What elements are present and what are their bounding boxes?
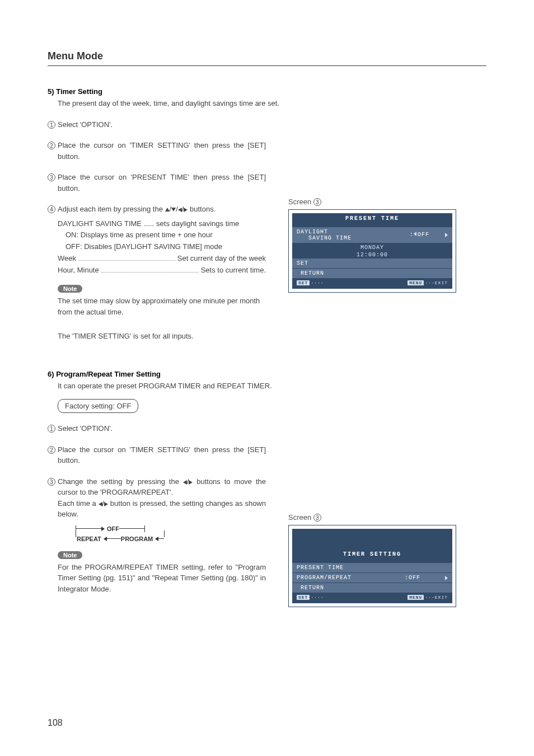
- osd6-return-row: RETURN: [292, 583, 452, 593]
- section5-footer: The 'TIMER SETTING' is set for all input…: [58, 331, 266, 342]
- section5-intro: The present day of the week, time, and d…: [58, 98, 486, 109]
- page-number: 108: [48, 718, 63, 728]
- section5-title: 5) Timer Setting: [48, 87, 486, 96]
- screen5-label-text: Screen: [288, 198, 313, 206]
- flow-arrow-right-icon: [101, 527, 105, 531]
- step-5-2: 2 Place the cursor on 'TIMER SETTING' th…: [48, 140, 266, 162]
- osd6-title: TIMER SETTING: [292, 549, 452, 560]
- osd5-title: PRESENT TIME: [292, 213, 452, 224]
- osd6-set-tag: SET: [297, 595, 310, 600]
- osd5-set-row: SET: [292, 259, 452, 268]
- step-6-2: 2 Place the cursor on 'TIMER SETTING' th…: [48, 444, 266, 466]
- step-5-1: 1 Select 'OPTION'.: [48, 119, 266, 130]
- step-6-3: 3 Change the setting by pressing the / b…: [48, 476, 266, 520]
- dst-label: DAYLIGHT SAVING TIME: [58, 218, 142, 230]
- step-5-3: 3 Place the cursor on 'PRESENT TIME' the…: [48, 172, 266, 194]
- circled-3-icon-ref: 3: [313, 198, 321, 206]
- osd5-return-row: RETURN: [292, 269, 452, 278]
- screen-label-5: Screen 3: [288, 198, 462, 206]
- step5-1-text: Select 'OPTION'.: [58, 119, 266, 130]
- osd5-footer: SET···· MENU···EXIT: [292, 278, 452, 287]
- left-arrow-icon-b: [183, 480, 187, 485]
- osd6-off: :OFF: [405, 575, 420, 581]
- circled-3c-icon: 3: [313, 514, 321, 522]
- dst-on: ON: Displays time as present time + one …: [65, 229, 266, 241]
- hm-desc: Sets to current time.: [201, 265, 266, 276]
- osd6-footer: SET···· MENU···EXIT: [292, 593, 452, 601]
- week-desc: Set current day of the week: [177, 253, 266, 265]
- osd5-exit: EXIT: [435, 280, 448, 285]
- step6-2-text: Place the cursor on 'TIMER SETTING' then…: [58, 444, 266, 466]
- flow-repeat: REPEAT: [77, 536, 101, 542]
- circled-1b-icon: 1: [48, 425, 55, 433]
- osd-right-arrow-icon-2: [445, 576, 448, 580]
- circled-2-icon: 2: [48, 142, 55, 149]
- osd5-menu-tag: MENU: [407, 280, 424, 285]
- screen-label-6: Screen 3: [288, 513, 462, 522]
- osd5-off: OFF: [418, 232, 429, 238]
- s6-3-l2pre: Each time a: [58, 499, 99, 508]
- note-text-6: For the PROGRAM/REPEAT TIMER setting, re…: [58, 562, 266, 595]
- osd-right-arrow-icon: [445, 233, 448, 237]
- osd6-present-row: PRESENT TIME: [292, 563, 452, 572]
- osd6-program-row: PROGRAM/REPEAT :OFF: [292, 573, 452, 583]
- s6-3-pre: Change the setting by pressing the: [58, 477, 183, 486]
- osd-timer-setting: TIMER SETTING PRESENT TIME PROGRAM/REPEA…: [288, 525, 456, 607]
- flow-diagram: OFF REPEAT PROGRAM: [76, 525, 266, 542]
- step5-3-text: Place the cursor on 'PRESENT TIME' then …: [58, 172, 266, 194]
- down-arrow-icon: [171, 208, 176, 212]
- step6-3-text: Change the setting by pressing the / but…: [58, 476, 266, 520]
- factory-setting-box: Factory setting: OFF: [58, 399, 138, 413]
- circled-2b-icon: 2: [48, 446, 55, 454]
- screen6-label-text: Screen: [288, 513, 313, 522]
- week-label: Week: [58, 253, 76, 265]
- osd5-daylight-row: DAYLIGHT SAVING TIME :OFF: [292, 227, 452, 243]
- step5-2-text: Place the cursor on 'TIMER SETTING' then…: [58, 140, 266, 162]
- s4-post: buttons.: [188, 205, 216, 213]
- osd5-return: RETURN: [301, 270, 324, 276]
- step5-4-text: Adjust each item by pressing the /// but…: [58, 204, 266, 215]
- step-5-4: 4 Adjust each item by pressing the /// b…: [48, 204, 266, 215]
- hm-label: Hour, Minute: [58, 265, 99, 276]
- osd6-program: PROGRAM/REPEAT: [297, 575, 352, 581]
- s4-pre: Adjust each item by pressing the: [58, 205, 165, 213]
- osd5-set: SET: [297, 260, 308, 266]
- circled-3-icon: 3: [48, 173, 55, 181]
- left-arrow-icon-c: [99, 502, 102, 506]
- note-text-5: The set time may slow by approximately o…: [58, 295, 266, 317]
- dst-block: DAYLIGHT SAVING TIME ..... sets daylight…: [58, 218, 266, 276]
- osd6-return: RETURN: [301, 585, 324, 591]
- osd-present-time: PRESENT TIME DAYLIGHT SAVING TIME :OFF M…: [288, 209, 456, 293]
- step-6-1: 1 Select 'OPTION'.: [48, 423, 266, 434]
- osd6-menu-tag: MENU: [407, 595, 424, 600]
- section6-title: 6) Program/Repeat Timer Setting: [48, 370, 486, 378]
- circled-3b-icon: 3: [48, 478, 55, 486]
- dst-desc: sets daylight savings time: [156, 218, 239, 230]
- osd5-daylight: DAYLIGHT: [297, 229, 328, 235]
- note-badge-6: Note: [58, 551, 82, 559]
- left-arrow-icon: [178, 208, 182, 212]
- page-heading: Menu Mode: [48, 50, 486, 66]
- osd-left-arrow-icon: [414, 232, 416, 236]
- section6-intro: It can operate the preset PROGRAM TIMER …: [58, 381, 486, 392]
- flow-off: OFF: [107, 525, 119, 532]
- step6-1-text: Select 'OPTION'.: [58, 423, 266, 434]
- circled-1-icon: 1: [48, 121, 55, 129]
- osd6-exit: EXIT: [435, 595, 448, 600]
- flow-program: PROGRAM: [121, 536, 153, 542]
- dst-off: OFF: Disables [DAYLIGHT SAVING TIME] mod…: [65, 241, 266, 253]
- osd5-saving: SAVING TIME: [308, 235, 352, 241]
- circled-4-icon: 4: [48, 205, 55, 213]
- note-badge-5: Note: [58, 285, 82, 293]
- osd6-present: PRESENT TIME: [297, 565, 344, 571]
- osd5-set-tag: SET: [297, 280, 310, 285]
- up-arrow-icon: [165, 208, 170, 212]
